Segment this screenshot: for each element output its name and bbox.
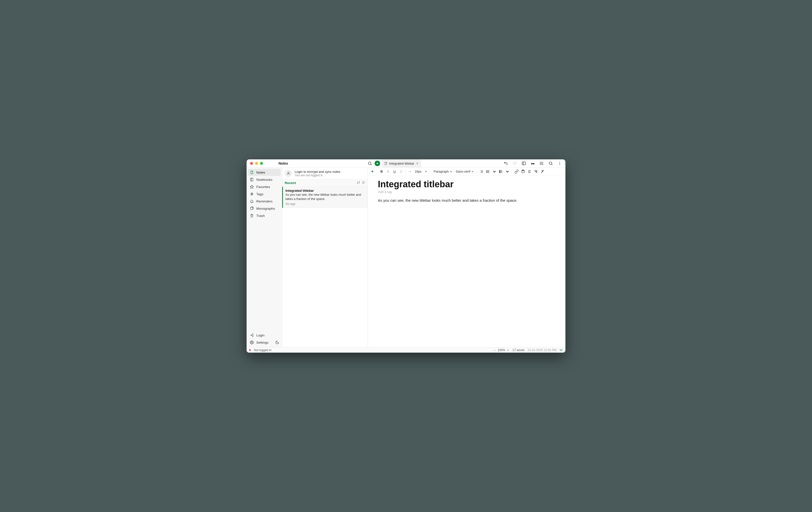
svg-point-48 [487, 172, 487, 173]
svg-rect-53 [499, 171, 500, 172]
list-view-icon [362, 181, 365, 184]
undo-icon [504, 161, 508, 165]
document-content[interactable]: As you can see, the new titlebar looks m… [378, 198, 555, 204]
insert-button[interactable]: + [369, 169, 375, 175]
redo-button[interactable] [512, 160, 518, 167]
datetime-label: 21-01-2025 12:02 PM [527, 349, 556, 352]
font-size-decrease-button[interactable]: − [407, 169, 413, 175]
zoom-in-button[interactable]: + [506, 349, 510, 352]
note-item-preview: As you can see, the new titlebar looks m… [285, 193, 365, 201]
more-menu-button[interactable] [556, 160, 563, 167]
login-banner[interactable]: Login to encrypt and sync notes You are … [282, 168, 368, 179]
editor-body[interactable]: Integrated titlebar Add a tag As you can… [368, 176, 566, 347]
svg-point-12 [540, 162, 541, 162]
new-note-button[interactable] [375, 161, 380, 166]
zoom-control: − 100% + [493, 349, 510, 352]
clear-format-icon [541, 170, 545, 174]
titlebar-right-actions [503, 160, 566, 167]
glasses-icon [530, 161, 535, 165]
sidebar-item-tags[interactable]: Tags [248, 190, 281, 198]
text-direction-button[interactable] [533, 169, 539, 175]
view-options-button[interactable] [362, 181, 365, 185]
document-title[interactable]: Integrated titlebar [378, 179, 555, 189]
font-family-label: Sans-serif [456, 170, 470, 173]
svg-rect-4 [522, 162, 526, 165]
document-tab-label: Integrated titlebar [389, 161, 414, 165]
checklist-icon [499, 170, 503, 174]
svg-point-29 [251, 342, 252, 343]
login-banner-subtitle: You are not logged in [295, 174, 341, 177]
sidebar-item-label: Notes [256, 171, 265, 174]
sidebar-item-label: Monographs [256, 207, 275, 210]
svg-point-15 [549, 162, 552, 164]
link-button[interactable] [514, 169, 520, 175]
italic-button[interactable]: I [385, 169, 391, 175]
sidebar-item-favorites[interactable]: Favorites [248, 183, 281, 190]
sidebar-login-label: Login [256, 333, 264, 337]
code-block-button[interactable] [520, 169, 526, 175]
sort-button[interactable] [357, 181, 360, 185]
code-block-icon [521, 170, 525, 174]
note-icon [250, 170, 254, 174]
tab-close-button[interactable]: × [416, 161, 418, 165]
checklist-dropdown[interactable] [504, 169, 510, 175]
window-maximize-button[interactable] [260, 162, 263, 165]
bell-icon [250, 199, 254, 203]
bulleted-list-button[interactable] [485, 169, 491, 175]
numbered-list-button[interactable]: 123 [478, 169, 485, 175]
list-style-dropdown[interactable] [491, 169, 497, 175]
layers-icon [250, 206, 254, 210]
sidebar-login-button[interactable]: Login [248, 332, 281, 339]
outline-button[interactable] [539, 160, 545, 167]
check-double-icon [559, 348, 563, 351]
text-more-button[interactable] [398, 169, 404, 175]
chevron-down-icon [505, 170, 510, 174]
document-tab[interactable]: Integrated titlebar × [382, 159, 421, 167]
underline-button[interactable]: U [392, 169, 398, 175]
svg-point-6 [531, 163, 532, 164]
avatar [285, 170, 292, 177]
bold-button[interactable]: B [379, 169, 384, 175]
clear-formatting-button[interactable] [540, 169, 546, 175]
tabs-strip: Integrated titlebar × [382, 159, 503, 167]
list-filter-dropdown[interactable]: Recent [285, 181, 296, 185]
theme-toggle-button[interactable] [274, 339, 281, 346]
svg-point-7 [533, 163, 534, 164]
svg-point-35 [401, 171, 401, 172]
svg-rect-8 [532, 163, 533, 164]
pilcrow-icon [534, 170, 538, 174]
window-minimize-button[interactable] [255, 162, 258, 165]
font-size-increase-button[interactable]: + [423, 169, 429, 175]
svg-point-18 [559, 163, 560, 164]
window-close-button[interactable] [250, 162, 253, 165]
note-item-title: Integrated titlebar [285, 189, 365, 192]
undo-button[interactable] [503, 160, 509, 167]
sidebar-item-notebooks[interactable]: Notebooks [248, 176, 281, 183]
svg-rect-52 [499, 170, 500, 171]
alignment-button[interactable] [527, 169, 532, 175]
search-button[interactable] [367, 160, 373, 167]
svg-point-13 [540, 163, 541, 163]
zoom-out-button[interactable]: − [493, 349, 496, 352]
nav-list: Notes Notebooks Favorites Tags Reminders [246, 168, 282, 220]
trash-icon [250, 214, 254, 218]
tag-input[interactable]: Add a tag [378, 190, 555, 194]
sync-status-icon[interactable] [559, 348, 563, 352]
sidebar-item-reminders[interactable]: Reminders [248, 198, 281, 205]
note-list-item[interactable]: Integrated titlebar As you can see, the … [282, 187, 368, 208]
sidebar-settings-button[interactable]: Settings [248, 339, 274, 346]
search-in-note-button[interactable] [548, 160, 554, 167]
block-type-dropdown[interactable]: Paragraph [432, 170, 454, 173]
moon-icon [275, 340, 279, 344]
checklist-button[interactable] [498, 169, 504, 175]
split-view-button[interactable] [521, 160, 527, 167]
dots-vertical-icon [399, 170, 403, 174]
sidebar-item-monographs[interactable]: Monographs [248, 205, 281, 212]
ordered-list-icon: 123 [480, 170, 484, 174]
font-family-dropdown[interactable]: Sans-serif [454, 170, 475, 173]
sidebar-item-trash[interactable]: Trash [248, 212, 281, 219]
focus-mode-button[interactable] [529, 160, 536, 167]
sidebar-item-notes[interactable]: Notes [248, 169, 281, 176]
sidebar: Notes Notebooks Favorites Tags Reminders [246, 168, 282, 347]
statusbar: Not logged in − 100% + 17 words 21-01-20… [246, 347, 566, 353]
